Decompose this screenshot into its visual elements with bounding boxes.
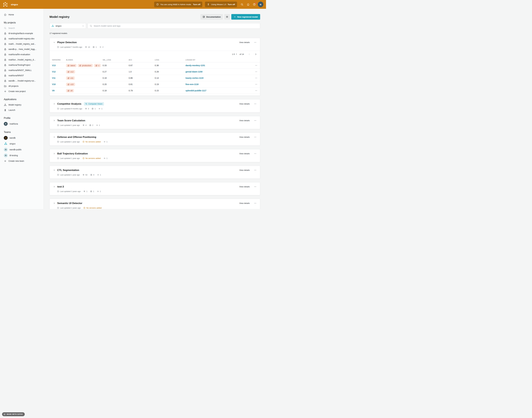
sidebar-item-model-registry[interactable]: Model registry xyxy=(0,102,44,107)
weave-turn-off-button[interactable]: Turn off xyxy=(228,3,235,6)
people-icon xyxy=(5,148,7,151)
version-count-label: 3 xyxy=(88,108,89,110)
sidebar-item-create-team[interactable]: Create new team xyxy=(0,158,44,164)
version-link[interactable]: V13 xyxy=(52,64,66,67)
user-avatar[interactable]: N xyxy=(258,2,263,7)
sidebar-team-item[interactable]: singco xyxy=(0,141,44,147)
version-row: V13latestproductionv0.330.870.38dandy-mo… xyxy=(50,62,260,69)
run-link[interactable]: genial-dawn-1150 xyxy=(186,70,252,73)
view-details-link[interactable]: View details xyxy=(239,103,250,105)
more-menu-button[interactable] xyxy=(254,119,257,122)
model-search-input[interactable] xyxy=(94,25,258,27)
expand-toggle[interactable] xyxy=(53,185,56,188)
ellipsis-icon xyxy=(255,70,257,73)
run-link[interactable]: fine-eon-1118 xyxy=(186,83,252,85)
bell-icon[interactable] xyxy=(247,3,250,6)
view-details-link[interactable]: View details xyxy=(239,152,250,155)
entity-dropdown[interactable]: singco xyxy=(49,23,86,29)
search-icon xyxy=(4,27,6,29)
tag-icon xyxy=(85,103,87,105)
sidebar-project-item[interactable]: noahluna/MNIST_SMALL xyxy=(0,68,44,73)
help-button[interactable] xyxy=(253,3,256,6)
documentation-button[interactable]: Documentation xyxy=(201,14,223,20)
row-menu-button[interactable] xyxy=(255,70,260,73)
more-menu-button[interactable] xyxy=(254,202,257,205)
user-circle-icon xyxy=(90,174,92,176)
sidebar-project-item[interactable]: ttl-testing/artifacts-example xyxy=(0,31,44,36)
expand-toggle[interactable] xyxy=(53,202,56,205)
row-menu-button[interactable] xyxy=(255,77,260,79)
sidebar-search-input[interactable] xyxy=(8,27,35,29)
view-details-link[interactable]: View details xyxy=(239,169,250,171)
sidebar-project-item[interactable]: noahl... /model_registry_wal... xyxy=(0,41,44,46)
alias-cell: v9 xyxy=(66,89,103,92)
view-details-link[interactable]: View details xyxy=(239,186,250,188)
sidebar-project-item[interactable]: noahlun.../model_registry_d... xyxy=(0,57,44,62)
sidebar-project-item[interactable]: noahluna/TestingProject xyxy=(0,62,44,68)
more-menu-button[interactable] xyxy=(254,102,257,105)
sidebar-team-item[interactable]: wandb-public xyxy=(0,147,44,152)
more-menu-button[interactable] xyxy=(254,41,257,44)
sidebar-item-profile[interactable]: N noahluna xyxy=(0,121,44,127)
alias-chip: latest xyxy=(66,64,77,67)
version-link[interactable]: V11 xyxy=(52,77,66,79)
expand-toggle[interactable] xyxy=(53,41,56,44)
row-menu-button[interactable] xyxy=(255,64,260,67)
model-card: Competitor AnalysisComputer VisionView d… xyxy=(49,99,260,113)
model-tag[interactable]: Computer Vision xyxy=(84,102,104,105)
rows-range-dropdown[interactable]: 1-5 xyxy=(232,53,237,55)
user-circle-icon xyxy=(89,124,91,126)
prev-page-button[interactable] xyxy=(248,53,250,56)
view-details-link[interactable]: View details xyxy=(239,202,250,204)
sidebar-team-item[interactable]: wandb xyxy=(0,135,44,141)
run-link[interactable]: splendid-puddle-1117 xyxy=(186,89,252,92)
lock-icon xyxy=(4,64,7,67)
search-icon[interactable] xyxy=(240,3,243,6)
sidebar-item-launch[interactable]: Launch xyxy=(0,107,44,113)
admin-turn-off-button[interactable]: Turn off xyxy=(193,3,200,6)
sidebar-team-item[interactable]: ttl-testing xyxy=(0,152,44,158)
expand-toggle[interactable] xyxy=(53,152,56,155)
more-menu-button[interactable] xyxy=(254,152,257,155)
version-link[interactable]: V12 xyxy=(52,70,66,73)
next-page-button[interactable] xyxy=(255,53,257,56)
model-card-header: CTL SegmentationView detailsLast updated… xyxy=(50,166,260,179)
expand-toggle[interactable] xyxy=(53,119,56,122)
wandb-logo-icon[interactable] xyxy=(3,2,8,7)
expand-toggle[interactable] xyxy=(53,103,56,105)
row-menu-button[interactable] xyxy=(255,83,260,85)
sidebar-project-item[interactable]: noahluna/model-registry-dev xyxy=(0,36,44,41)
run-link[interactable]: dandy-monkey-1151 xyxy=(186,64,252,67)
view-details-link[interactable]: View details xyxy=(239,136,250,138)
sidebar-item-label: Create new team xyxy=(9,160,24,162)
view-details-link[interactable]: View details xyxy=(239,41,250,44)
version-link[interactable]: V9 xyxy=(52,89,66,92)
view-details-link[interactable]: View details xyxy=(239,119,250,122)
version-link[interactable]: V10 xyxy=(52,83,66,85)
sidebar-item-create-project[interactable]: Create new project xyxy=(0,89,44,94)
chevron-right-icon xyxy=(255,53,257,56)
more-menu-button[interactable] xyxy=(254,136,257,139)
ellipsis-icon xyxy=(254,136,257,138)
more-menu-button[interactable] xyxy=(254,185,257,188)
row-menu-button[interactable] xyxy=(255,89,260,92)
sidebar-project-item[interactable]: noahluna/MNIST xyxy=(0,73,44,78)
lock-icon xyxy=(4,69,7,72)
clock-icon xyxy=(57,157,59,159)
new-registered-model-button[interactable]: New registered model xyxy=(231,14,260,20)
sidebar-project-item[interactable]: wandb-p... /new_model_logg... xyxy=(0,46,44,52)
last-updated-label: Last updated 2 years ago xyxy=(60,207,81,209)
model-card: Player DetectionView detailsLast updated… xyxy=(49,38,260,96)
run-link[interactable]: toasty-vortex-1119 xyxy=(186,77,252,79)
layers-icon xyxy=(85,46,87,48)
sidebar-project-item[interactable]: noahluna/llm-evaluation xyxy=(0,52,44,57)
sidebar-item-home[interactable]: Home xyxy=(0,12,44,17)
sidebar-project-item[interactable]: wandb-... /model-registry-tut... xyxy=(0,78,44,83)
version-count-label: 62 xyxy=(85,174,88,176)
sidebar-item-all-projects[interactable]: All projects xyxy=(0,83,44,89)
column-header: ALIASES xyxy=(66,59,103,61)
settings-button[interactable] xyxy=(224,14,230,20)
more-menu-button[interactable] xyxy=(254,169,257,172)
expand-toggle[interactable] xyxy=(53,169,56,172)
expand-toggle[interactable] xyxy=(53,136,56,139)
